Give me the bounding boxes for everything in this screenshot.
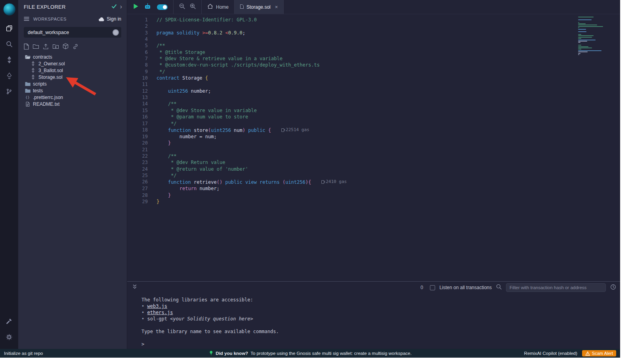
history-clock-icon[interactable] (610, 284, 616, 292)
file-label: .prettierrc.json (33, 95, 63, 100)
code-line-28: 28 } (127, 192, 620, 198)
text-file-icon (25, 102, 31, 107)
did-you-know-label: Did you know? (216, 351, 248, 356)
code-line-22: 22 /** (127, 153, 620, 159)
workspace-select[interactable]: default_workspace (24, 27, 121, 38)
file-tree-item-storage-sol[interactable]: Storage.sol (18, 74, 127, 80)
code-line-4: 4 (127, 36, 620, 42)
line-number: 14 (127, 101, 148, 107)
file-explorer-icon[interactable] (0, 20, 18, 36)
code-line-8: 8 * @custom:dev-run-script ./scripts/dep… (127, 62, 620, 68)
minimap[interactable] (578, 17, 610, 55)
line-number: 20 (127, 140, 148, 146)
workspaces-label: WORKSPACES (33, 17, 95, 21)
file-tree-item-scripts[interactable]: scripts (18, 80, 127, 87)
cube-icon[interactable] (63, 43, 69, 50)
hammer-icon[interactable] (0, 313, 18, 329)
code-line-15: 15 * @dev Store value in variable (127, 107, 620, 114)
file-tree-item-3-ballot-sol[interactable]: 3_Ballot.sol (18, 67, 127, 74)
remix-logo-icon[interactable] (3, 3, 15, 15)
file-tree-item-contracts[interactable]: contracts (18, 53, 127, 60)
code-line-23: 23 * @dev Return value (127, 159, 620, 166)
git-branch-icon[interactable] (0, 84, 18, 99)
new-folder-icon[interactable] (33, 44, 39, 49)
home-icon (207, 4, 213, 10)
link-icon[interactable] (73, 44, 78, 50)
file-icon (240, 4, 244, 10)
status-bar: Initialize as git repo Did you know? To … (0, 349, 620, 358)
zoom-in-icon[interactable] (190, 3, 196, 11)
line-number: 3 (127, 30, 148, 36)
code-line-2: 2 (127, 23, 620, 29)
line-number: 25 (127, 172, 148, 179)
file-tree-item-tests[interactable]: tests (18, 87, 127, 94)
new-file-icon[interactable] (24, 44, 29, 50)
code-line-18: 18 function store(uint256 num) public {2… (127, 127, 620, 133)
remix-ai-robot-icon[interactable] (144, 3, 151, 11)
tab-label: Home (216, 4, 229, 10)
code-line-10: 10contract Storage { (127, 75, 620, 81)
upload-file-icon[interactable] (43, 44, 49, 50)
init-git-repo-button[interactable]: Initialize as git repo (4, 351, 43, 356)
tab-home[interactable]: Home (202, 0, 235, 14)
check-icon[interactable] (111, 3, 117, 10)
sign-in-button[interactable]: Sign in (99, 16, 121, 22)
code-line-21: 21 (127, 147, 620, 153)
line-number: 21 (127, 147, 148, 153)
deploy-and-run-icon[interactable] (0, 68, 18, 84)
line-number: 7 (127, 55, 148, 62)
gas-estimate-badge: 22514 gas (281, 127, 309, 133)
file-tree: contracts2_Owner.sol3_Ballot.solStorage.… (18, 53, 127, 107)
chevron-right-icon[interactable]: › (120, 4, 122, 10)
file-explorer-panel: FILE EXPLORER › WORKSPACES Sign in defau… (18, 0, 127, 349)
file-label: 2_Owner.sol (38, 61, 65, 67)
scam-alert-button[interactable]: Scam Alert (582, 350, 616, 356)
did-you-know-text: To prototype using the Gnosis safe multi… (250, 351, 412, 356)
solidity-file-icon (30, 61, 36, 66)
file-label: 3_Ballot.sol (38, 68, 63, 73)
line-number: 24 (127, 166, 148, 172)
code-line-13: 13 (127, 94, 620, 101)
gas-pump-icon (321, 180, 324, 184)
terminal-output[interactable]: The following libraries are accessible:•… (127, 293, 620, 349)
terminal-line: Type the library name to see available c… (141, 328, 620, 335)
file-explorer-title: FILE EXPLORER (24, 4, 108, 10)
code-surface[interactable]: 1// SPDX-License-Identifier: GPL-3.023pr… (127, 14, 620, 281)
listen-all-transactions-checkbox[interactable] (430, 285, 435, 290)
expand-terminal-icon[interactable] (132, 284, 137, 291)
folder-open-icon (25, 55, 31, 59)
upload-folder-icon[interactable] (53, 44, 59, 49)
line-number: 26 (127, 179, 148, 185)
solidity-file-icon (30, 68, 36, 73)
code-line-19: 19 number = num; (127, 133, 620, 140)
copilot-status-label[interactable]: RemixAI Copilot (enabled) (524, 351, 577, 356)
code-line-3: 3pragma solidity >=0.8.2 <0.9.0; (127, 30, 620, 36)
line-number: 22 (127, 153, 148, 159)
search-icon[interactable] (0, 36, 18, 52)
hamburger-menu-icon[interactable] (24, 15, 29, 23)
code-line-1: 1// SPDX-License-Identifier: GPL-3.0 (127, 17, 620, 23)
zoom-out-icon[interactable] (179, 3, 185, 11)
transaction-filter-input[interactable] (506, 283, 606, 292)
gas-pump-icon (281, 128, 284, 132)
tab-storage-sol[interactable]: Storage.sol × (235, 0, 284, 14)
file-label: scripts (33, 81, 47, 87)
lightbulb-icon (208, 350, 213, 357)
folder-icon (25, 88, 31, 93)
terminal-link[interactable]: web3.js (147, 303, 167, 309)
terminal-line (141, 322, 620, 328)
copilot-toggle[interactable] (157, 4, 168, 10)
file-tree-item--prettierrc-json[interactable]: {}.prettierrc.json (18, 94, 127, 101)
solidity-compiler-icon[interactable] (0, 52, 18, 68)
terminal-prompt[interactable]: > (141, 341, 620, 347)
file-tree-item-2-owner-sol[interactable]: 2_Owner.sol (18, 60, 127, 67)
terminal-link[interactable]: ethers.js (147, 310, 173, 315)
run-script-play-icon[interactable] (134, 4, 138, 11)
settings-gear-icon[interactable] (0, 329, 18, 345)
close-tab-icon[interactable]: × (275, 4, 278, 10)
terminal-search-icon[interactable] (496, 284, 502, 291)
workspace-name: default_workspace (28, 30, 69, 35)
terminal-line: • ethers.js (141, 309, 620, 316)
file-tree-item-readme-txt[interactable]: README.txt (18, 101, 127, 107)
line-number: 9 (127, 69, 148, 75)
